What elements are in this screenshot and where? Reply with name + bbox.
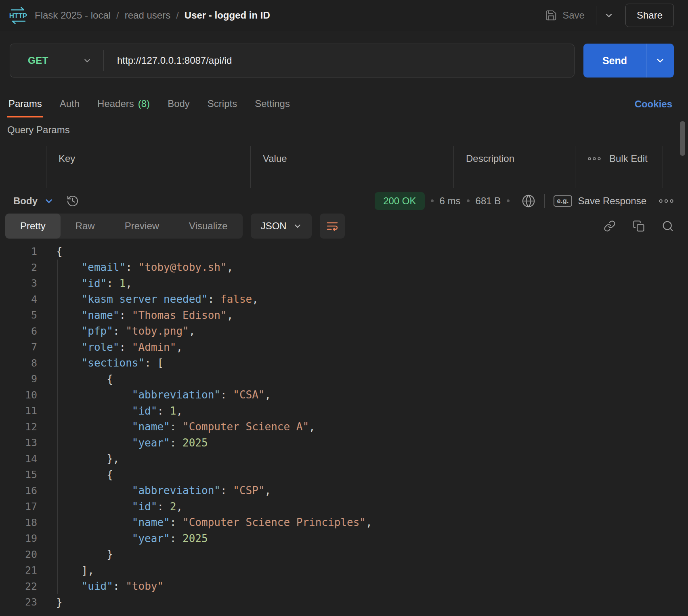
response-body-label: Body — [13, 195, 38, 207]
line-content: "email": "toby@toby.sh", — [56, 260, 233, 276]
line-content: } — [56, 547, 113, 563]
response-body-viewer[interactable]: 1{2"email": "toby@toby.sh",3"id": 1,4"ka… — [0, 243, 688, 616]
line-number: 18 — [0, 517, 37, 528]
line-content: { — [56, 467, 113, 483]
code-line: 18"name": "Computer Science Principles", — [0, 515, 688, 531]
line-number: 8 — [0, 357, 37, 369]
format-chevron-icon — [294, 222, 302, 230]
tab-headers[interactable]: Headers(8) — [96, 91, 151, 117]
save-options-chevron-icon[interactable] — [604, 11, 613, 20]
http-request-icon: HTTP — [9, 6, 27, 25]
tab-body[interactable]: Body — [166, 91, 191, 117]
code-line: 20} — [0, 547, 688, 563]
tab-scripts[interactable]: Scripts — [206, 91, 238, 117]
column-header-value: Value — [251, 146, 454, 171]
dot-separator — [431, 199, 434, 202]
body-chevron-icon — [44, 197, 53, 205]
response-more-options-icon[interactable] — [659, 198, 674, 204]
breadcrumb-collection[interactable]: Flask 2025 - local — [35, 10, 111, 21]
line-number: 12 — [0, 421, 37, 433]
line-number: 22 — [0, 580, 37, 592]
bulk-edit-cell[interactable]: Bulk Edit — [575, 146, 663, 171]
column-header-description: Description — [454, 146, 575, 171]
code-line: 9{ — [0, 371, 688, 387]
status-badge[interactable]: 200 OK — [375, 192, 424, 210]
share-button[interactable]: Share — [625, 4, 674, 27]
code-line: 2"email": "toby@toby.sh", — [0, 260, 688, 276]
tab-params[interactable]: Params — [7, 91, 43, 117]
wrap-text-button[interactable] — [320, 214, 345, 239]
line-content: { — [56, 243, 63, 260]
param-checkbox-column — [5, 146, 46, 171]
copy-link-icon[interactable] — [604, 220, 616, 232]
method-selector[interactable]: GET — [10, 55, 103, 66]
param-row-cell[interactable] — [454, 171, 575, 188]
code-line: 10"abbreviation": "CSA", — [0, 387, 688, 403]
line-content: "name": "Thomas Edison", — [56, 307, 233, 323]
query-params-title: Query Params — [7, 124, 70, 136]
code-line: 1{ — [0, 243, 688, 260]
code-line: 23} — [0, 594, 688, 610]
response-time[interactable]: 6 ms — [440, 195, 461, 207]
save-response-button[interactable]: Save Response — [578, 195, 646, 207]
line-number: 23 — [0, 596, 37, 608]
line-content: "abbreviation": "CSA", — [56, 387, 271, 403]
search-response-icon[interactable] — [662, 220, 674, 232]
param-row-cell[interactable] — [251, 171, 454, 188]
param-row-cell[interactable] — [46, 171, 251, 188]
example-icon: e.g. — [554, 195, 572, 207]
param-row-cell — [575, 171, 663, 188]
tab-auth[interactable]: Auth — [59, 91, 81, 117]
code-line: 8"sections": [ — [0, 355, 688, 371]
query-params-table: Key Value Description Bulk Edit — [5, 146, 663, 188]
save-label: Save — [562, 10, 585, 21]
line-content: "sections": [ — [56, 355, 164, 371]
cookies-link[interactable]: Cookies — [635, 98, 672, 110]
code-line: 3"id": 1, — [0, 275, 688, 291]
save-button[interactable]: Save — [545, 9, 585, 21]
scrollbar-thumb[interactable] — [680, 121, 685, 156]
breadcrumb-request-title: User - logged in ID — [185, 10, 270, 21]
response-body-dropdown[interactable]: Body — [13, 195, 53, 207]
send-button-group: Send — [583, 44, 674, 78]
format-label: JSON — [261, 220, 287, 232]
response-size[interactable]: 681 B — [476, 195, 501, 207]
code-line: 17"id": 2, — [0, 499, 688, 515]
breadcrumb-folder[interactable]: read users — [125, 10, 170, 21]
format-dropdown[interactable]: JSON — [251, 214, 312, 239]
view-tab-pretty[interactable]: Pretty — [5, 214, 61, 239]
line-number: 5 — [0, 309, 37, 321]
send-button[interactable]: Send — [583, 44, 646, 78]
response-toolbar: PrettyRawPreviewVisualize JSON — [5, 214, 674, 239]
line-content: "kasm_server_needed": false, — [56, 291, 258, 308]
tab-settings[interactable]: Settings — [254, 91, 291, 117]
method-chevron-icon — [83, 57, 91, 65]
line-content: "year": 2025 — [56, 435, 208, 451]
line-content: "role": "Admin", — [56, 339, 182, 355]
code-line: 5"name": "Thomas Edison", — [0, 307, 688, 323]
bulk-edit-label: Bulk Edit — [609, 153, 648, 164]
divider — [544, 194, 545, 208]
url-input[interactable]: http://127.0.0.1:8087/api/id — [104, 55, 232, 66]
more-options-icon — [587, 156, 601, 161]
dot-separator — [467, 199, 470, 202]
svg-text:HTTP: HTTP — [9, 12, 27, 20]
line-number: 14 — [0, 453, 37, 465]
line-number: 6 — [0, 325, 37, 337]
code-line: 22"uid": "toby" — [0, 578, 688, 595]
send-options-chevron-icon[interactable] — [646, 44, 674, 78]
line-content: "id": 2, — [56, 499, 182, 515]
view-tab-raw[interactable]: Raw — [61, 214, 110, 239]
param-row-cell[interactable] — [5, 171, 46, 188]
copy-response-icon[interactable] — [633, 220, 645, 232]
line-content: "id": 1, — [56, 275, 132, 291]
network-info-globe-icon[interactable] — [522, 194, 535, 208]
response-history-icon[interactable] — [66, 195, 79, 207]
line-content: "pfp": "toby.png", — [56, 323, 195, 339]
line-content: "year": 2025 — [56, 530, 208, 547]
line-number: 19 — [0, 532, 37, 544]
line-number: 2 — [0, 262, 37, 273]
view-tab-preview[interactable]: Preview — [110, 214, 174, 239]
view-tab-visualize[interactable]: Visualize — [174, 214, 243, 239]
response-meta-row: Body 200 OK 6 ms 681 B e.g. Save Respons… — [13, 188, 674, 214]
